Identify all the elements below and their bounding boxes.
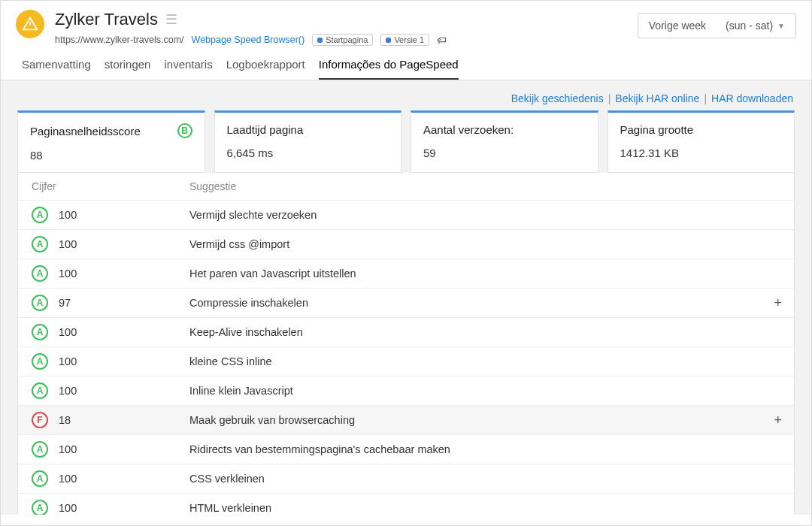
- range-days: (sun - sat): [726, 20, 773, 32]
- suggestion-text: Compressie inschakelen: [189, 297, 780, 309]
- suggestion-text: HTML verkleinen: [189, 502, 780, 514]
- suggestion-text: Inline klein Javascript: [189, 385, 780, 397]
- table-row[interactable]: A100Vermijd slechte verzoeken: [18, 200, 794, 229]
- metric-cards: PaginasnelheidsscoreB 88 Laadtijd pagina…: [17, 110, 795, 173]
- tabs: Samenvatting storingen inventaris Logboe…: [1, 46, 811, 80]
- expand-icon[interactable]: +: [774, 413, 782, 428]
- suggestion-text: Maak gebruik van browsercaching: [189, 414, 780, 426]
- grade-score: 100: [59, 326, 77, 338]
- metric-requests: Aantal verzoeken: 59: [411, 110, 598, 173]
- menu-icon[interactable]: ☰: [165, 13, 177, 26]
- link-history[interactable]: Bekijk geschiedenis: [511, 92, 604, 104]
- metric-pagesize: Pagina grootte 1412.31 KB: [607, 110, 795, 173]
- page-title: Zylker Travels: [55, 10, 158, 29]
- link-har-online[interactable]: Bekijk HAR online: [615, 92, 699, 104]
- table-row[interactable]: A100Inline klein Javascript: [18, 376, 794, 405]
- grade-cell: A100: [32, 500, 189, 515]
- grade-icon: A: [32, 500, 48, 515]
- grade-icon: F: [32, 412, 48, 428]
- grade-score: 100: [59, 385, 77, 397]
- grade-score: 97: [59, 297, 71, 309]
- site-logo: [16, 10, 44, 38]
- table-row[interactable]: F18Maak gebruik van browsercaching+: [18, 405, 794, 434]
- table-row[interactable]: A100Vermijd css @import: [18, 229, 794, 258]
- grade-icon: A: [32, 207, 48, 223]
- title-block: Zylker Travels ☰ https://www.zylker-trav…: [55, 10, 638, 46]
- tag-icon[interactable]: 🏷: [437, 35, 447, 46]
- suggestion-text: kleine CSS inline: [189, 355, 780, 367]
- grade-icon: A: [32, 324, 48, 340]
- tab-pagespeed[interactable]: Informações do PageSpeed: [319, 58, 459, 80]
- chevron-down-icon: ▼: [777, 22, 785, 30]
- warning-icon: [22, 16, 38, 32]
- header-grade: Cijfer: [32, 180, 189, 192]
- tab-logboek[interactable]: Logboekrapport: [226, 58, 305, 80]
- table-row[interactable]: A100Het paren van Javascript uitstellen: [18, 258, 794, 288]
- link-har-download[interactable]: HAR downloaden: [711, 92, 793, 104]
- grade-cell: A100: [32, 207, 189, 223]
- table-header: Cijfer Suggestie: [18, 173, 794, 200]
- header-suggestion: Suggestie: [189, 180, 780, 192]
- range-label: Vorige week: [649, 20, 706, 32]
- grade-cell: A100: [32, 441, 189, 458]
- tab-inventaris[interactable]: inventaris: [164, 58, 212, 80]
- table-row[interactable]: A100HTML verkleinen: [18, 493, 794, 515]
- grade-badge: B: [177, 123, 192, 138]
- grade-score: 100: [59, 209, 77, 221]
- chip-versie[interactable]: Versie 1: [380, 34, 429, 46]
- date-range-picker[interactable]: Vorige week (sun - sat) ▼: [638, 13, 796, 38]
- grade-cell: A100: [32, 236, 189, 252]
- grade-icon: A: [32, 295, 48, 311]
- grade-icon: A: [32, 382, 48, 399]
- grade-icon: A: [32, 441, 48, 458]
- suggestion-text: Vermijd css @import: [189, 238, 780, 250]
- grade-icon: A: [32, 353, 48, 370]
- page-header: Zylker Travels ☰ https://www.zylker-trav…: [1, 1, 811, 46]
- grade-score: 100: [59, 238, 77, 250]
- suggestion-text: Ridirects van bestemmingspagina's cacheb…: [189, 443, 780, 455]
- grade-score: 100: [59, 443, 77, 455]
- site-url: https://www.zylker-travels.com/: [55, 35, 184, 45]
- grade-cell: A100: [32, 265, 189, 282]
- grade-score: 100: [59, 473, 77, 485]
- grade-icon: A: [32, 236, 48, 252]
- table-row[interactable]: A100Keep-Alive inschakelen: [18, 317, 794, 346]
- suggestion-text: Keep-Alive inschakelen: [189, 326, 780, 338]
- grade-score: 100: [59, 268, 77, 280]
- grade-cell: A100: [32, 382, 189, 399]
- table-row[interactable]: A100kleine CSS inline: [18, 346, 794, 376]
- grade-cell: A100: [32, 324, 189, 340]
- table-row[interactable]: A100Ridirects van bestemmingspagina's ca…: [18, 434, 794, 464]
- suggestions-table: Cijfer Suggestie A100Vermijd slechte ver…: [17, 173, 795, 515]
- grade-cell: A100: [32, 470, 189, 487]
- metric-pagespeed: PaginasnelheidsscoreB 88: [17, 110, 205, 173]
- tab-samenvatting[interactable]: Samenvatting: [22, 58, 91, 80]
- grade-cell: A100: [32, 353, 189, 370]
- grade-cell: A97: [32, 295, 189, 311]
- suggestion-text: Vermijd slechte verzoeken: [189, 209, 780, 221]
- grade-score: 18: [59, 414, 71, 426]
- top-links: Bekijk geschiedenis | Bekijk HAR online …: [17, 88, 795, 110]
- table-row[interactable]: A97Compressie inschakelen+: [18, 288, 794, 317]
- table-row[interactable]: A100CSS verkleinen: [18, 464, 794, 493]
- tab-storingen[interactable]: storingen: [105, 58, 151, 80]
- grade-score: 100: [59, 502, 77, 514]
- page-body: Bekijk geschiedenis | Bekijk HAR online …: [1, 80, 811, 515]
- grade-score: 100: [59, 355, 77, 367]
- grade-cell: F18: [32, 412, 189, 428]
- chip-startpagina[interactable]: Startpagina: [312, 34, 373, 46]
- suggestion-text: Het paren van Javascript uitstellen: [189, 268, 780, 280]
- grade-icon: A: [32, 265, 48, 282]
- metric-loadtime: Laadtijd pagina 6,645 ms: [214, 110, 402, 173]
- speed-browser-link[interactable]: Webpage Speed Browser(): [192, 35, 305, 45]
- expand-icon[interactable]: +: [774, 295, 782, 311]
- grade-icon: A: [32, 470, 48, 487]
- suggestion-text: CSS verkleinen: [189, 473, 780, 485]
